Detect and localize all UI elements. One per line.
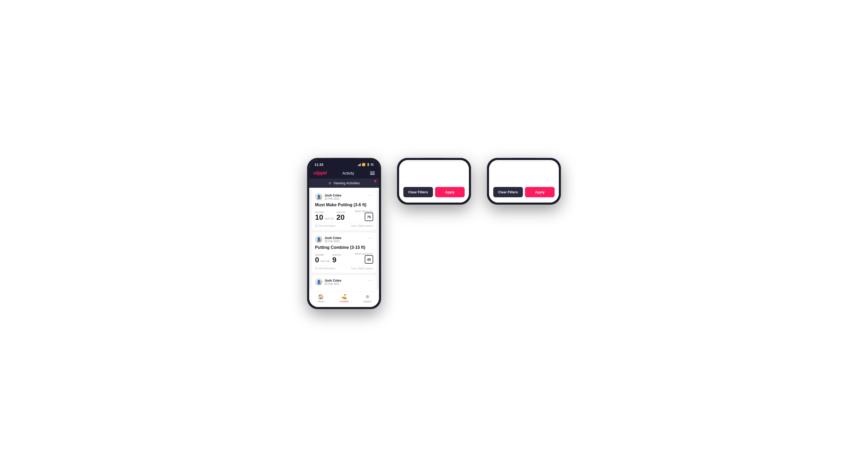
avatar-3 [315,278,322,286]
battery-pct-1: 81 [371,163,374,166]
info-icon-2: i [315,267,318,270]
capture-icon: ⊕ [366,294,369,300]
status-time-1: 11:33 [314,163,323,166]
phones-container: 11:33 📶 🔋 81 clippd Activity [307,158,561,309]
activity-content-1: Josh Coles 28 Feb 2023 ··· Must Make Put… [309,190,379,289]
activities-icon: ⛳ [341,294,347,300]
activity-card-1[interactable]: Josh Coles 28 Feb 2023 ··· Must Make Put… [312,190,376,230]
info-text-1: Test Information [318,224,335,227]
activity-card-3: Josh Coles 28 Feb 2023 ··· [312,275,376,289]
shots-value-1: 20 [336,214,345,221]
viewing-bar-text-1: Viewing Activities [334,181,360,185]
phone-2: 11:33 📶 🔋 81 clippd Activity [397,158,471,205]
user-name-2: Josh Coles [324,236,341,240]
menu-button-1[interactable] [370,172,375,175]
sq-label-1: Shot Quality [355,210,373,213]
avatar-1 [315,193,322,200]
nav-home-1[interactable]: 🏠 Home [309,294,333,303]
filter-icon-1: ⚙ [329,181,331,185]
user-name-3: Josh Coles [324,279,341,282]
viewing-activities-bar-1[interactable]: ⚙ Viewing Activities [309,179,379,188]
signal-icon [358,163,361,166]
phone-1: 11:33 📶 🔋 81 clippd Activity [307,158,381,309]
card-title-2: Putting Combine (3-15 ft) [315,245,373,250]
apply-btn-3[interactable]: Apply [525,187,555,197]
nav-capture-1[interactable]: ⊕ Capture [356,294,379,303]
avatar-2 [315,236,322,243]
sq-label-2: Shot Quality [355,253,373,255]
header-title-1: Activity [342,171,354,175]
out-of-2: OUT OF [321,260,330,262]
filter-footer-2: Clear Filters Apply [399,183,469,203]
score-value-1: 10 [315,214,323,221]
filter-body-3: Show Rounds Practice Drills Practice Dri… [489,160,559,162]
clear-filters-btn-2[interactable]: Clear Filters [403,187,433,197]
user-name-1: Josh Coles [324,193,341,197]
logo-1: clippd [313,170,327,176]
app-header-1: clippd Activity [309,168,379,179]
card-title-1: Must Make Putting (3-6 ft) [315,203,373,207]
more-options-3[interactable]: ··· [368,278,373,283]
phone-screen-2: 11:33 📶 🔋 81 clippd Activity [399,160,469,203]
filter-modal-2: Filter ✕ Show Rounds Practice Drills Rou… [399,160,469,203]
activity-card-2[interactable]: Josh Coles 28 Feb 2023 ··· Putting Combi… [312,232,376,273]
bottom-nav-1: 🏠 Home ⛳ Activities ⊕ Capture [309,291,379,307]
home-icon: 🏠 [318,294,324,300]
shot-quality-2: 45 [365,255,373,263]
filter-footer-3: Clear Filters Apply [489,183,559,203]
shot-quality-1: 75 [365,213,373,221]
more-options-1[interactable]: ··· [368,193,373,198]
data-text-1: Data: Clippd Capture [351,224,373,227]
wifi-icon: 📶 [362,163,366,166]
data-text-2: Data: Clippd Capture [351,267,373,270]
notch [332,158,356,164]
battery-icon: 🔋 [367,163,370,166]
out-of-1: OUT OF [325,217,334,220]
nav-activities-1[interactable]: ⛳ Activities [333,294,356,303]
shots-value-2: 9 [332,256,341,263]
phone-screen-1: 11:33 📶 🔋 81 clippd Activity [309,160,379,307]
activities-label-1: Activities [339,300,349,303]
info-text-2: Test Information [318,267,335,270]
phone-screen-3: 11:33 📶 🔋 81 clippd Activity [489,160,559,203]
score-value-2: 0 [315,256,319,263]
more-options-2[interactable]: ··· [368,236,373,240]
status-icons-1: 📶 🔋 81 [358,163,374,166]
capture-label-1: Capture [363,300,372,303]
clear-filters-btn-3[interactable]: Clear Filters [493,187,523,197]
user-date-3: 28 Feb 2023 [324,282,341,285]
phone-3: 11:33 📶 🔋 81 clippd Activity [487,158,561,205]
info-icon-1: i [315,224,318,227]
filter-body-2: Show Rounds Practice Drills Rounds Pract… [399,160,469,162]
red-dot-1 [374,180,376,182]
user-date-1: 28 Feb 2023 [324,197,341,200]
home-label-1: Home [318,300,324,303]
user-date-2: 28 Feb 2023 [324,240,341,243]
filter-modal-3: Filter ✕ Show Rounds Practice Drills Pra… [489,160,559,203]
apply-btn-2[interactable]: Apply [435,187,465,197]
